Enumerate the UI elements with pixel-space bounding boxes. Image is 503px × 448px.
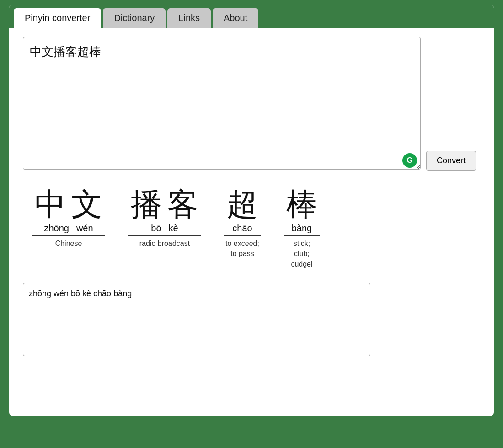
hanzi-zhong: 中 xyxy=(32,187,69,221)
hanzi-ke: 客 xyxy=(165,187,201,221)
hanzi-chao: 超 xyxy=(224,187,261,221)
pinyin-bo: bō xyxy=(151,223,161,234)
meaning-chao: to exceed; to pass xyxy=(225,239,259,259)
tab-about[interactable]: About xyxy=(213,8,258,28)
divider-boke xyxy=(128,235,201,236)
hanzi-row-zhongwen: 中 文 xyxy=(32,187,105,221)
hanzi-row-boke: 播 客 xyxy=(128,187,201,221)
input-row: 中文播客超棒 G Convert xyxy=(23,37,480,171)
meaning-boke: radio broadcast xyxy=(139,239,190,249)
hanzi-bang: 棒 xyxy=(284,187,320,221)
pinyin-output[interactable]: zhōng wén bō kè chāo bàng xyxy=(23,283,370,356)
word-unit-zhongwen: 中 文 zhōng wén Chinese xyxy=(32,187,105,249)
hanzi-row-chao: 超 xyxy=(224,187,261,221)
pinyin-row-chao: chāo xyxy=(232,222,252,234)
meaning-zhongwen: Chinese xyxy=(55,239,82,249)
tab-links[interactable]: Links xyxy=(167,8,211,28)
input-wrapper: 中文播客超棒 G xyxy=(23,37,421,171)
pinyin-ke: kè xyxy=(169,223,178,234)
pinyin-bang: bàng xyxy=(292,223,312,234)
hanzi-row-bang: 棒 xyxy=(284,187,320,221)
meaning-bang: stick; club; cudgel xyxy=(291,239,312,269)
app-container: Pinyin converter Dictionary Links About … xyxy=(9,5,494,416)
pinyin-row-boke: bō kè xyxy=(151,222,178,234)
tab-pinyin-converter[interactable]: Pinyin converter xyxy=(14,8,101,28)
chars-display: 中 文 zhōng wén Chinese 播 客 bō xyxy=(23,182,480,274)
pinyin-row-bang: bàng xyxy=(292,222,312,234)
tab-bar: Pinyin converter Dictionary Links About xyxy=(9,5,494,28)
divider-zhongwen xyxy=(32,235,105,236)
hanzi-wen: 文 xyxy=(69,187,105,221)
divider-chao xyxy=(224,235,261,236)
word-unit-bang: 棒 bàng stick; club; cudgel xyxy=(284,187,320,269)
pinyin-wen: wén xyxy=(76,223,93,234)
chinese-input[interactable]: 中文播客超棒 xyxy=(23,37,421,170)
pinyin-zhong: zhōng xyxy=(44,223,69,234)
convert-button[interactable]: Convert xyxy=(426,151,476,171)
pinyin-chao: chāo xyxy=(232,223,252,234)
word-unit-chao: 超 chāo to exceed; to pass xyxy=(224,187,261,259)
hanzi-bo: 播 xyxy=(128,187,165,221)
main-content: 中文播客超棒 G Convert 中 文 zhōng wén Chinese xyxy=(9,28,494,372)
word-unit-boke: 播 客 bō kè radio broadcast xyxy=(128,187,201,249)
tab-dictionary[interactable]: Dictionary xyxy=(103,8,166,28)
pinyin-row-zhongwen: zhōng wén xyxy=(44,222,93,234)
output-wrapper: zhōng wén bō kè chāo bàng xyxy=(23,283,370,358)
divider-bang xyxy=(284,235,320,236)
